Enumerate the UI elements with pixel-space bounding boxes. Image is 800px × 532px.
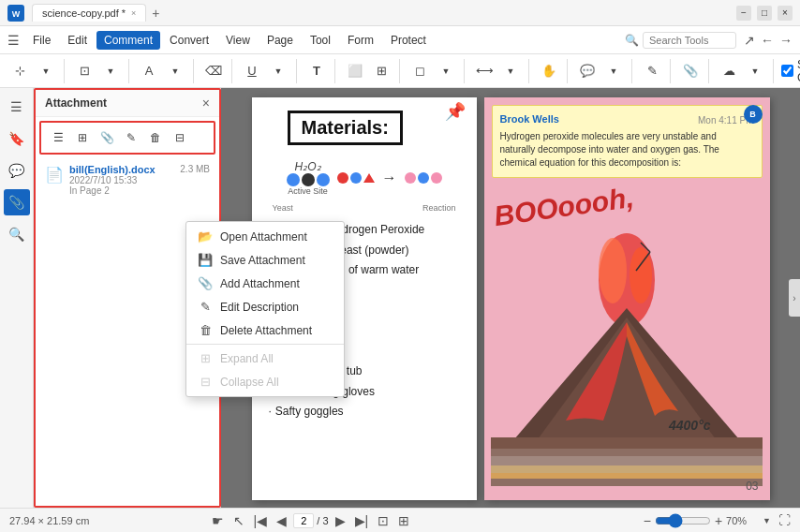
textbox-tool-button[interactable]: ⬜	[343, 59, 367, 83]
arrow-left-icon[interactable]: ←	[761, 33, 774, 48]
ctx-open-label: Open Attachment	[220, 230, 307, 244]
external-link-icon[interactable]: ↗	[744, 33, 755, 48]
minimize-button[interactable]: −	[736, 6, 751, 21]
tab[interactable]: science-copy.pdf * ×	[32, 4, 146, 22]
toolbar-group-text: T	[304, 59, 335, 83]
menu-item-page[interactable]: Page	[259, 31, 301, 50]
attachment-info: bill(English).docx 2022/7/10 15:33 In Pa…	[69, 164, 174, 196]
comment-dropdown-button[interactable]: ▼	[601, 59, 626, 83]
file-icon: ☰	[7, 33, 20, 48]
zoom-dropdown-button[interactable]: ▼	[763, 516, 771, 525]
attachment-list-item[interactable]: 📄 bill(English).docx 2022/7/10 15:33 In …	[36, 158, 219, 201]
attachment-button[interactable]: 📎	[678, 59, 703, 83]
active-site-label: Active Site	[287, 186, 330, 196]
sidebar-icon-comment[interactable]: 💬	[4, 157, 30, 184]
measure-dropdown-button[interactable]: ▼	[498, 59, 523, 83]
menu-item-file[interactable]: File	[25, 31, 58, 50]
ball-blue-1	[350, 172, 362, 184]
ctx-save-attachment[interactable]: 💾 Save Attachment	[186, 248, 344, 272]
zoom-slider[interactable]	[655, 513, 711, 528]
stamp-tool-button[interactable]: ⊡	[72, 59, 96, 83]
bottombar: 27.94 × 21.59 cm ☛ ↖ |◀ ◀ / 3 ▶ ▶| ⊡ ⊞ −…	[0, 508, 800, 532]
highlight-tool-button[interactable]: A	[137, 59, 161, 83]
current-page-input[interactable]	[293, 513, 314, 528]
att-delete-button[interactable]: 🗑	[144, 126, 167, 149]
sidebar-icon-menu[interactable]: ☰	[4, 94, 30, 120]
show-comment-checkbox[interactable]	[781, 65, 793, 77]
attachment-panel-title: Attachment	[45, 96, 107, 110]
ctx-open-attachment[interactable]: 📂 Open Attachment	[186, 225, 344, 248]
menu-item-tool[interactable]: Tool	[303, 31, 338, 50]
underline-tool-button[interactable]: U	[240, 59, 264, 83]
sidebar-icon-attachment[interactable]: 📎	[4, 189, 30, 215]
prev-page-button[interactable]: ◀	[274, 513, 289, 528]
right-collapse-button[interactable]: ›	[789, 279, 800, 317]
menu-item-view[interactable]: View	[218, 31, 258, 50]
first-page-button[interactable]: |◀	[251, 513, 271, 528]
text-tool-button[interactable]: T	[304, 59, 329, 83]
textbox2-tool-button[interactable]: ⊞	[369, 59, 393, 83]
toolbar-group-eraser: ⌫	[201, 59, 232, 83]
tab-close-button[interactable]: ×	[131, 8, 136, 18]
cloud-dropdown-button[interactable]: ▼	[743, 59, 767, 83]
note-tool-button[interactable]: ✎	[640, 59, 664, 83]
eraser-tool-button[interactable]: ⌫	[201, 59, 226, 83]
sidebar-icon-bookmark[interactable]: 🔖	[4, 126, 30, 152]
ball-3	[317, 173, 330, 186]
att-edit-button[interactable]: ✎	[120, 126, 142, 149]
menu-item-form[interactable]: Form	[340, 31, 381, 50]
hand-tool-button[interactable]: ✋	[537, 59, 561, 83]
ctx-edit-description[interactable]: ✎ Edit Description	[186, 295, 344, 318]
menu-item-convert[interactable]: Convert	[162, 31, 216, 50]
attachment-size: 2.3 MB	[180, 164, 210, 174]
show-comment-toggle-area: Show Comment	[781, 58, 800, 84]
ball-pink	[405, 172, 416, 184]
attachment-location: In Page 2	[69, 185, 174, 196]
total-pages: 3	[322, 515, 328, 526]
att-collapse-button[interactable]: ⊟	[169, 126, 191, 149]
new-tab-button[interactable]: +	[146, 4, 165, 22]
attachment-date: 2022/7/10 15:33	[69, 175, 174, 185]
arrow-right-icon[interactable]: →	[779, 33, 793, 48]
ctx-delete-attachment[interactable]: 🗑 Delete Attachment	[186, 318, 344, 342]
search-tools-input[interactable]	[643, 32, 736, 49]
svg-rect-12	[491, 479, 763, 486]
att-add-button[interactable]: 📎	[96, 126, 118, 149]
svg-point-4	[630, 247, 652, 303]
measure-tool-button[interactable]: ⟷	[472, 59, 496, 83]
shape-tool-button[interactable]: ◻	[407, 59, 432, 83]
maximize-button[interactable]: □	[757, 6, 772, 21]
volcano-svg: 4400°c	[491, 233, 763, 486]
attachment-panel-close-button[interactable]: ×	[202, 96, 210, 111]
zoom-in-button[interactable]: +	[715, 513, 722, 528]
material-text-10: Safty goggles	[275, 402, 344, 422]
att-list-view-button[interactable]: ☰	[47, 126, 69, 149]
next-page-button[interactable]: ▶	[333, 513, 348, 528]
underline-dropdown-button[interactable]: ▼	[266, 59, 290, 83]
search-icon: 🔍	[625, 34, 639, 47]
fit-page-button[interactable]: ⊡	[375, 513, 392, 528]
menu-item-protect[interactable]: Protect	[383, 31, 434, 50]
close-button[interactable]: ×	[778, 6, 793, 21]
select-icon[interactable]: ↖	[230, 513, 247, 528]
cloud-tool-button[interactable]: ☁	[717, 59, 741, 83]
fullscreen-button[interactable]: ⛶	[778, 513, 791, 527]
att-grid-view-button[interactable]: ⊞	[71, 126, 94, 149]
select-tool-button[interactable]: ⊹	[7, 59, 32, 83]
reaction-molecules	[337, 172, 375, 184]
select-dropdown-button[interactable]: ▼	[34, 59, 58, 83]
fit-width-button[interactable]: ⊞	[395, 513, 412, 528]
markup-dropdown-button[interactable]: ▼	[163, 59, 187, 83]
menu-item-comment[interactable]: Comment	[96, 31, 160, 50]
last-page-button[interactable]: ▶|	[352, 513, 372, 528]
sidebar-icon-search[interactable]: 🔍	[4, 221, 30, 247]
zoom-out-button[interactable]: −	[644, 513, 651, 528]
comment-bubble-button[interactable]: 💬	[575, 59, 600, 83]
ball-2	[302, 173, 315, 186]
menu-item-edit[interactable]: Edit	[60, 31, 95, 50]
shape-dropdown-button[interactable]: ▼	[434, 59, 458, 83]
stamp-dropdown-button[interactable]: ▼	[98, 59, 123, 83]
hand-pointer-icon[interactable]: ☛	[209, 513, 227, 528]
ctx-add-attachment[interactable]: 📎 Add Attachment	[186, 272, 344, 295]
ctx-expand-all: ⊞ Expand All	[186, 347, 344, 370]
